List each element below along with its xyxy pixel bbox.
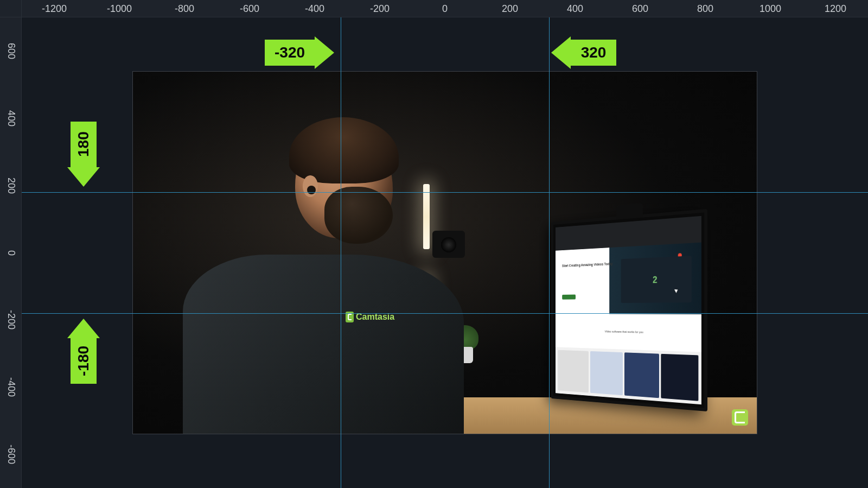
ruler-h-tick: -1200 — [42, 0, 67, 17]
ruler-corner — [0, 0, 22, 17]
guide-label-value: 180 — [71, 122, 97, 167]
ruler-vertical[interactable]: 6004002000-200-400-600 — [0, 17, 22, 488]
arrow-up-icon — [67, 319, 100, 338]
hero-cta-button — [562, 295, 576, 300]
ruler-v-tick: 400 — [0, 110, 22, 126]
person-head — [295, 124, 393, 238]
monitor: Start Creating Amazing Videos Today 2 Vi… — [551, 209, 707, 411]
guide-label-left-vertical[interactable]: -320 — [265, 36, 334, 69]
monitor-screen: Start Creating Amazing Videos Today 2 Vi… — [556, 216, 701, 405]
site-thumbnails — [556, 347, 701, 405]
video-frame[interactable]: Camtasia Start Creating Amazing Vi — [132, 71, 757, 434]
guide-label-value: -320 — [265, 40, 315, 66]
ruler-h-tick: 800 — [697, 0, 713, 17]
ruler-v-tick: 0 — [0, 250, 22, 255]
canvas-area[interactable]: Camtasia Start Creating Amazing Vi — [22, 17, 868, 488]
ruler-h-tick: 200 — [502, 0, 518, 17]
guide-label-bottom-horizontal[interactable]: -180 — [67, 319, 100, 384]
ruler-h-tick: -600 — [240, 0, 259, 17]
site-mid-heading: Video software that works for you — [556, 314, 701, 352]
webcam — [616, 204, 642, 220]
countdown-value: 2 — [621, 256, 691, 303]
person-torso — [183, 255, 464, 434]
ruler-h-tick: -800 — [175, 0, 194, 17]
guide-horizontal[interactable] — [22, 313, 868, 314]
ruler-h-tick: -400 — [305, 0, 324, 17]
ruler-v-tick: 600 — [0, 43, 22, 59]
editor-stage: -1200-1000-800-600-400-20002004006008001… — [0, 0, 868, 488]
arrow-down-icon — [67, 167, 100, 187]
ruler-v-tick: 200 — [0, 178, 22, 194]
guide-label-right-vertical[interactable]: 320 — [551, 36, 616, 69]
arrow-left-icon — [551, 36, 571, 69]
person: Camtasia — [183, 108, 464, 434]
ruler-h-tick: 400 — [567, 0, 583, 17]
ruler-v-tick: -400 — [0, 377, 22, 397]
shirt-logo: Camtasia — [346, 310, 394, 324]
guide-horizontal[interactable] — [22, 192, 868, 193]
ruler-v-tick: -600 — [0, 445, 22, 464]
ruler-horizontal[interactable]: -1200-1000-800-600-400-20002004006008001… — [22, 0, 868, 17]
ruler-v-tick: -200 — [0, 310, 22, 329]
guide-label-value: 320 — [571, 40, 616, 66]
ruler-h-tick: 1200 — [825, 0, 846, 17]
hero-title: Start Creating Amazing Videos Today — [562, 262, 612, 268]
guide-vertical[interactable] — [341, 17, 341, 488]
ruler-h-tick: 0 — [442, 0, 448, 17]
guide-label-top-horizontal[interactable]: 180 — [67, 122, 100, 187]
site-hero: Start Creating Amazing Videos Today 2 — [556, 243, 701, 314]
guide-vertical[interactable] — [549, 17, 550, 488]
ruler-h-tick: -1000 — [107, 0, 132, 17]
guide-label-value: -180 — [71, 338, 97, 384]
ruler-h-tick: 600 — [632, 0, 648, 17]
ruler-h-tick: -200 — [370, 0, 390, 17]
arrow-right-icon — [315, 36, 334, 69]
hero-screenshot: 2 — [621, 256, 691, 303]
camtasia-logo-icon — [732, 409, 748, 426]
video-content: Camtasia Start Creating Amazing Vi — [133, 72, 757, 434]
ruler-h-tick: 1000 — [760, 0, 781, 17]
